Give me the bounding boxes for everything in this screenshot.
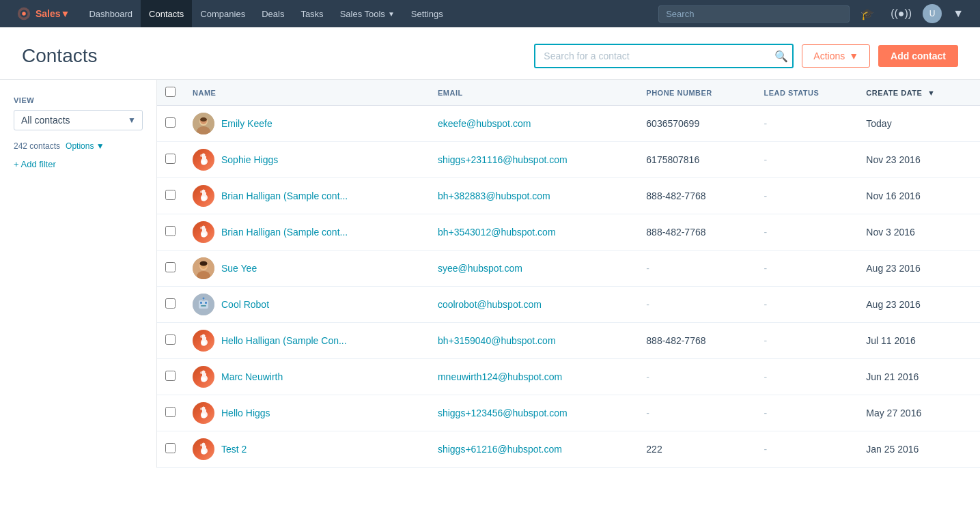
row-checkbox[interactable] bbox=[165, 407, 176, 417]
header-actions: 🔍 Actions ▼ Add contact bbox=[534, 44, 958, 68]
add-contact-button[interactable]: Add contact bbox=[878, 45, 958, 67]
svg-point-34 bbox=[201, 414, 206, 418]
header-create-date[interactable]: CREATE DATE ▼ bbox=[858, 80, 980, 106]
contact-create-date: Jun 21 2016 bbox=[866, 371, 919, 382]
header-phone[interactable]: PHONE NUMBER bbox=[638, 80, 755, 106]
academy-icon[interactable]: 🎓 bbox=[855, 5, 880, 23]
contact-email-link[interactable]: shiggs+231116@hubspot.com bbox=[438, 154, 568, 165]
table-row: Emily Keefe ekeefe@hubspot.com 603657069… bbox=[157, 106, 980, 142]
contact-email-link[interactable]: shiggs+123456@hubspot.com bbox=[438, 408, 568, 418]
row-name-cell: Cool Robot bbox=[184, 287, 430, 323]
main-content: Contacts 🔍 Actions ▼ Add contact View Al… bbox=[0, 27, 980, 527]
page-header: Contacts 🔍 Actions ▼ Add contact bbox=[0, 27, 980, 80]
user-avatar[interactable]: U bbox=[923, 4, 942, 23]
contact-create-date: Nov 16 2016 bbox=[866, 190, 920, 201]
table-row: Sue Yee syee@hubspot.com - - Aug 23 2016 bbox=[157, 251, 980, 287]
contact-email-link[interactable]: mneuwirth124@hubspot.com bbox=[438, 371, 562, 382]
contact-lead-status: - bbox=[764, 227, 767, 238]
svg-point-32 bbox=[200, 371, 203, 374]
row-checkbox-cell bbox=[157, 395, 184, 431]
table-row: Hello Higgs shiggs+123456@hubspot.com - … bbox=[157, 395, 980, 431]
contact-lead-status: - bbox=[764, 299, 767, 310]
page-title: Contacts bbox=[22, 45, 98, 67]
view-select[interactable]: All contacts bbox=[14, 110, 143, 130]
table-row: Sophie Higgs shiggs+231116@hubspot.com 6… bbox=[157, 142, 980, 178]
nav-deals[interactable]: Deals bbox=[253, 0, 292, 27]
row-checkbox[interactable] bbox=[165, 117, 176, 128]
contacts-table: NAME EMAIL PHONE NUMBER LEAD STATUS CREA bbox=[157, 80, 980, 468]
row-email-cell: shiggs+231116@hubspot.com bbox=[430, 142, 638, 178]
contact-name-link[interactable]: Hello Higgs bbox=[221, 408, 270, 418]
contact-email-link[interactable]: bh+3159040@hubspot.com bbox=[438, 335, 556, 346]
contact-phone: 888-482-7768 bbox=[646, 335, 705, 346]
select-all-checkbox[interactable] bbox=[165, 87, 176, 97]
nav-companies[interactable]: Companies bbox=[192, 0, 253, 27]
svg-rect-24 bbox=[201, 305, 206, 307]
nav-brand[interactable]: Sales ▼ bbox=[11, 6, 75, 21]
contact-name-link[interactable]: Sue Yee bbox=[221, 263, 257, 274]
contact-create-date: Jan 25 2016 bbox=[866, 444, 919, 455]
options-link[interactable]: Options ▼ bbox=[66, 141, 104, 151]
nav-sales-tools[interactable]: Sales Tools ▼ bbox=[332, 0, 403, 27]
svg-point-5 bbox=[200, 117, 207, 122]
row-checkbox[interactable] bbox=[165, 226, 176, 236]
contact-name-link[interactable]: Marc Neuwirth bbox=[221, 371, 283, 382]
contact-email-link[interactable]: coolrobot@hubspot.com bbox=[438, 299, 542, 310]
row-checkbox[interactable] bbox=[165, 154, 176, 164]
contact-search-input[interactable] bbox=[534, 44, 794, 68]
svg-point-31 bbox=[201, 378, 206, 382]
row-lead-status-cell: - bbox=[755, 178, 858, 214]
account-caret-icon[interactable]: ▼ bbox=[947, 5, 969, 23]
nav-dashboard[interactable]: Dashboard bbox=[81, 0, 141, 27]
actions-button[interactable]: Actions ▼ bbox=[802, 44, 870, 68]
contact-search-button[interactable]: 🔍 bbox=[774, 50, 788, 63]
nav-tasks[interactable]: Tasks bbox=[292, 0, 331, 27]
table-header: NAME EMAIL PHONE NUMBER LEAD STATUS CREA bbox=[157, 80, 980, 106]
row-checkbox[interactable] bbox=[165, 190, 176, 200]
contact-name-link[interactable]: Cool Robot bbox=[221, 299, 269, 310]
top-navigation: Sales ▼ Dashboard Contacts Companies Dea… bbox=[0, 0, 980, 27]
row-name-cell: Test 2 bbox=[184, 431, 430, 468]
row-checkbox-cell bbox=[157, 142, 184, 178]
contact-name-link[interactable]: Sophie Higgs bbox=[221, 154, 278, 165]
contact-name-link[interactable]: Hello Halligan (Sample Con... bbox=[221, 335, 347, 346]
contact-email-link[interactable]: bh+382883@hubspot.com bbox=[438, 190, 550, 201]
contact-email-link[interactable]: bh+3543012@hubspot.com bbox=[438, 227, 556, 238]
row-create-date-cell: Jul 11 2016 bbox=[858, 323, 980, 359]
notifications-icon[interactable]: ((●)) bbox=[885, 5, 917, 23]
row-checkbox[interactable] bbox=[165, 371, 176, 381]
row-email-cell: ekeefe@hubspot.com bbox=[430, 106, 638, 142]
contact-lead-status: - bbox=[764, 444, 767, 455]
contact-email-link[interactable]: ekeefe@hubspot.com bbox=[438, 118, 531, 129]
row-checkbox[interactable] bbox=[165, 443, 176, 453]
row-checkbox-cell bbox=[157, 359, 184, 395]
header-lead-status[interactable]: LEAD STATUS bbox=[755, 80, 858, 106]
contact-name-link[interactable]: Emily Keefe bbox=[221, 118, 272, 129]
header-name[interactable]: NAME bbox=[184, 80, 430, 106]
row-checkbox[interactable] bbox=[165, 262, 176, 272]
row-checkbox[interactable] bbox=[165, 334, 176, 345]
svg-point-38 bbox=[200, 444, 203, 446]
contact-name-link[interactable]: Brian Halligan (Sample cont... bbox=[221, 227, 348, 238]
add-filter-button[interactable]: + Add filter bbox=[14, 159, 143, 169]
nav-search-input[interactable] bbox=[658, 5, 850, 23]
row-lead-status-cell: - bbox=[755, 287, 858, 323]
avatar bbox=[193, 221, 214, 243]
svg-point-0 bbox=[22, 12, 26, 16]
row-name-cell: Hello Higgs bbox=[184, 395, 430, 431]
header-email[interactable]: EMAIL bbox=[430, 80, 638, 106]
nav-contacts[interactable]: Contacts bbox=[141, 0, 192, 27]
nav-settings[interactable]: Settings bbox=[403, 0, 451, 27]
sort-arrow-icon: ▼ bbox=[927, 89, 935, 97]
contact-email-link[interactable]: shiggs+61216@hubspot.com bbox=[438, 444, 562, 455]
contact-phone: 888-482-7768 bbox=[646, 227, 705, 238]
contact-email-link[interactable]: syee@hubspot.com bbox=[438, 263, 522, 274]
contact-phone: - bbox=[646, 299, 649, 310]
row-checkbox[interactable] bbox=[165, 298, 176, 309]
contact-name-link[interactable]: Test 2 bbox=[221, 444, 247, 455]
contact-search-box: 🔍 bbox=[534, 44, 794, 68]
contact-name-link[interactable]: Brian Halligan (Sample cont... bbox=[221, 190, 348, 201]
avatar bbox=[193, 402, 214, 424]
contact-lead-status: - bbox=[764, 263, 767, 274]
row-phone-cell: - bbox=[638, 359, 755, 395]
